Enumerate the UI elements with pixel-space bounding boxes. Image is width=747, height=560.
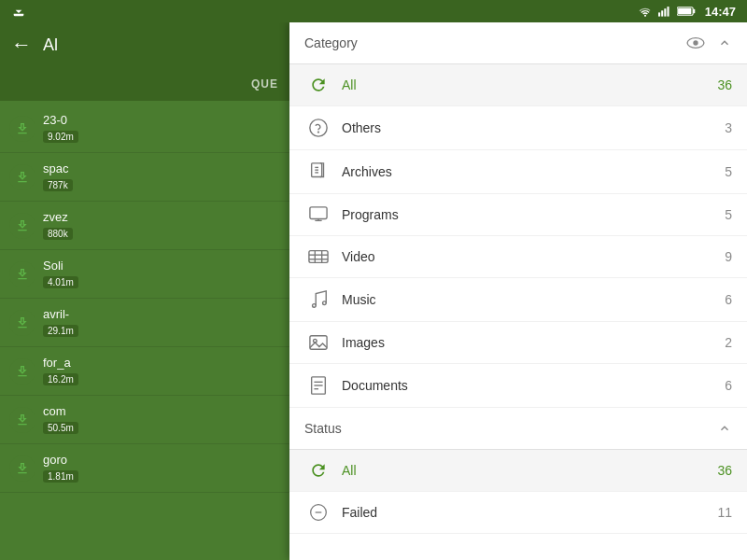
category-section-header: Category bbox=[289, 22, 747, 64]
download-arrow-icon bbox=[9, 310, 35, 336]
download-size: 9.02m bbox=[43, 131, 78, 143]
download-info: zvez 880k bbox=[43, 210, 280, 241]
queue-tab[interactable]: QUE bbox=[251, 77, 278, 91]
signal-icon bbox=[658, 6, 671, 17]
download-name: Soli bbox=[43, 259, 280, 273]
filter-item-count: 5 bbox=[725, 164, 732, 179]
category-label: Category bbox=[304, 35, 358, 50]
filter-item-all-category[interactable]: All 36 bbox=[289, 64, 747, 106]
download-size: 1.81m bbox=[43, 470, 78, 483]
filter-item-documents[interactable]: Documents 6 bbox=[289, 364, 747, 408]
battery-icon bbox=[677, 6, 696, 17]
filter-item-count: 36 bbox=[717, 463, 732, 478]
filter-item-name: Video bbox=[342, 249, 725, 264]
left-title: Al bbox=[43, 35, 58, 55]
download-arrow-icon bbox=[9, 358, 35, 385]
filter-item-others[interactable]: Others 3 bbox=[289, 106, 747, 150]
svg-rect-18 bbox=[309, 251, 328, 263]
status-bar: 14:47 bbox=[0, 0, 747, 22]
filter-item-video[interactable]: Video 9 bbox=[289, 236, 747, 278]
wifi-icon bbox=[638, 6, 653, 17]
download-item[interactable]: com 50.5m bbox=[0, 396, 289, 444]
download-name: goro bbox=[43, 453, 280, 467]
filter-item-name: All bbox=[342, 77, 717, 92]
download-size: 4.01m bbox=[43, 276, 78, 288]
images-icon bbox=[304, 333, 332, 352]
download-size: 29.1m bbox=[43, 325, 78, 337]
svg-rect-15 bbox=[310, 207, 327, 219]
download-name: 23-0 bbox=[43, 113, 280, 127]
filter-item-name: Programs bbox=[342, 207, 725, 222]
main-content: ← Al QUE 23-0 9.02m spac bbox=[0, 22, 747, 560]
filter-item-all-status[interactable]: All 36 bbox=[289, 450, 747, 492]
download-size: 50.5m bbox=[43, 422, 78, 434]
svg-point-24 bbox=[323, 301, 327, 305]
svg-rect-3 bbox=[667, 7, 669, 17]
time-display: 14:47 bbox=[705, 5, 736, 19]
filter-item-name: Documents bbox=[342, 378, 725, 393]
filter-item-archives[interactable]: Archives 5 bbox=[289, 150, 747, 194]
left-panel: ← Al QUE 23-0 9.02m spac bbox=[0, 22, 289, 560]
filter-item-images[interactable]: Images 2 bbox=[289, 322, 747, 364]
download-item[interactable]: goro 1.81m bbox=[0, 444, 289, 493]
svg-rect-2 bbox=[664, 8, 666, 16]
download-arrow-icon bbox=[9, 407, 35, 433]
download-info: goro 1.81m bbox=[43, 453, 280, 483]
filter-item-name: Archives bbox=[342, 164, 725, 179]
svg-rect-5 bbox=[693, 9, 695, 13]
chevron-up-icon-status[interactable] bbox=[717, 421, 732, 436]
svg-point-8 bbox=[693, 40, 698, 45]
filter-item-count: 6 bbox=[725, 378, 732, 393]
filter-panel: Category All 36 bbox=[289, 22, 747, 560]
svg-rect-25 bbox=[310, 336, 327, 350]
download-name: spac bbox=[43, 161, 280, 175]
svg-point-23 bbox=[313, 304, 317, 308]
filter-item-name: Images bbox=[342, 335, 725, 350]
monitor-icon bbox=[304, 205, 332, 224]
download-item[interactable]: for_a 16.2m bbox=[0, 347, 289, 396]
refresh-icon-status bbox=[304, 461, 332, 480]
filter-item-failed[interactable]: Failed 11 bbox=[289, 492, 747, 534]
download-info: com 50.5m bbox=[43, 404, 280, 435]
refresh-icon bbox=[304, 76, 332, 94]
download-arrow-icon bbox=[9, 261, 35, 287]
download-arrow-icon bbox=[9, 455, 35, 482]
left-tabs: QUE bbox=[0, 67, 289, 101]
app-icon bbox=[11, 4, 26, 19]
download-item[interactable]: 23-0 9.02m bbox=[0, 105, 289, 153]
filter-item-programs[interactable]: Programs 5 bbox=[289, 194, 747, 236]
download-item[interactable]: Soli 4.01m bbox=[0, 250, 289, 299]
filter-item-count: 3 bbox=[725, 120, 732, 135]
filter-item-count: 6 bbox=[725, 292, 732, 307]
download-arrow-icon bbox=[9, 213, 35, 239]
filter-item-count: 11 bbox=[717, 505, 732, 520]
download-name: com bbox=[43, 404, 280, 418]
download-info: for_a 16.2m bbox=[43, 356, 280, 386]
download-name: avril- bbox=[43, 307, 280, 321]
svg-rect-6 bbox=[678, 8, 691, 14]
filter-item-music[interactable]: Music 6 bbox=[289, 278, 747, 322]
download-info: Soli 4.01m bbox=[43, 259, 280, 289]
svg-point-10 bbox=[318, 132, 319, 133]
download-size: 16.2m bbox=[43, 373, 78, 385]
download-arrow-icon bbox=[9, 116, 35, 142]
download-item[interactable]: zvez 880k bbox=[0, 202, 289, 250]
download-item[interactable]: spac 787k bbox=[0, 153, 289, 202]
filter-item-count: 2 bbox=[725, 335, 732, 350]
download-name: zvez bbox=[43, 210, 280, 224]
back-button[interactable]: ← bbox=[11, 33, 32, 57]
svg-point-9 bbox=[310, 119, 327, 136]
filter-item-name: All bbox=[342, 463, 717, 478]
download-name: for_a bbox=[43, 356, 280, 370]
download-item[interactable]: avril- 29.1m bbox=[0, 299, 289, 347]
chevron-up-icon[interactable] bbox=[717, 35, 732, 50]
filter-item-count: 9 bbox=[725, 249, 732, 264]
filter-item-name: Failed bbox=[342, 505, 717, 520]
eye-icon[interactable] bbox=[685, 35, 706, 50]
download-info: avril- 29.1m bbox=[43, 307, 280, 338]
filter-item-name: Music bbox=[342, 292, 725, 307]
music-icon bbox=[304, 289, 332, 310]
download-info: 23-0 9.02m bbox=[43, 113, 280, 144]
svg-rect-1 bbox=[661, 10, 663, 16]
question-icon bbox=[304, 118, 332, 138]
